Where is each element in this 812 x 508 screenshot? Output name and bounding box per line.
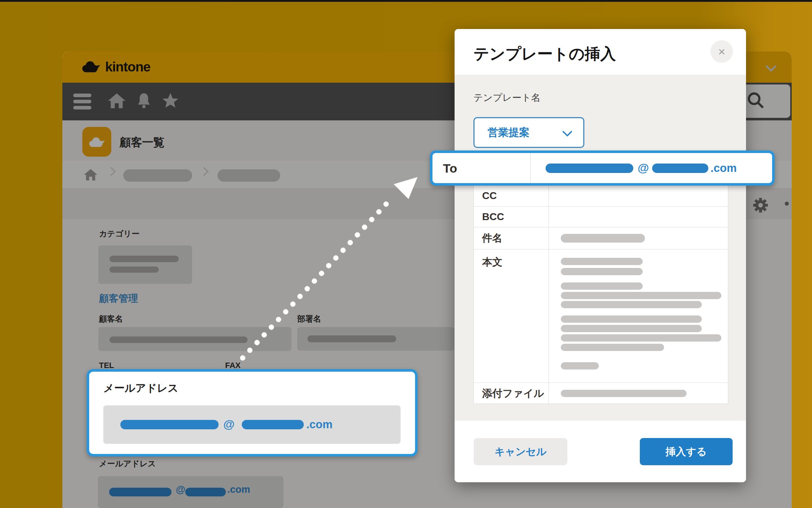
template-select[interactable]: 営業提案: [473, 117, 584, 148]
placeholder-bar: [561, 362, 599, 369]
attachment-value[interactable]: [549, 383, 728, 404]
placeholder-bar: [561, 292, 721, 299]
attachment-label: 添付ファイル: [474, 383, 549, 404]
template-select-value: 営業提案: [488, 125, 530, 140]
table-row-subject: 件名: [474, 227, 728, 249]
screenshot-stage: kintone 顧客一覧: [0, 0, 812, 508]
insert-button[interactable]: 挿入する: [640, 438, 733, 465]
domain-suffix: .com: [306, 418, 332, 431]
callout-email-label: メールアドレス: [103, 381, 178, 396]
domain-suffix: .com: [710, 162, 737, 175]
placeholder-bar: [561, 334, 721, 342]
dialog-footer: キャンセル 挿入する: [455, 421, 746, 482]
dialog-header: テンプレートの挿入 ×: [455, 29, 746, 75]
cancel-button[interactable]: キャンセル: [474, 438, 567, 465]
callout-email-field[interactable]: @ .com: [103, 405, 401, 444]
mail-template-table: CC BCC 件名 本文 添付ファイル: [473, 154, 728, 404]
placeholder-bar: [120, 420, 219, 429]
placeholder-bar: [242, 420, 304, 429]
cc-value[interactable]: [549, 185, 728, 206]
placeholder-bar: [561, 301, 702, 308]
table-row-cc: CC: [474, 185, 728, 207]
dialog-body: テンプレート名 営業提案 CC BCC 件名: [455, 75, 746, 421]
placeholder-bar: [652, 164, 708, 173]
divider: [530, 153, 531, 183]
cc-label: CC: [474, 185, 549, 206]
placeholder-bar: [561, 325, 702, 332]
top-strip: [0, 0, 812, 2]
email-address-callout: メールアドレス @ .com: [87, 369, 418, 457]
dialog-title: テンプレートの挿入: [473, 44, 616, 65]
body-value[interactable]: [549, 249, 728, 383]
subject-value[interactable]: [549, 227, 728, 249]
placeholder-bar: [561, 344, 664, 351]
placeholder-bar: [561, 282, 643, 290]
placeholder-bar: [561, 390, 687, 397]
body-label: 本文: [474, 249, 549, 383]
table-row-bcc: BCC: [474, 207, 728, 227]
at-symbol: @: [638, 161, 649, 175]
placeholder-bar: [546, 164, 633, 173]
close-icon[interactable]: ×: [710, 40, 733, 63]
bcc-value[interactable]: [549, 207, 728, 227]
placeholder-bar: [561, 268, 643, 275]
placeholder-bar: [561, 258, 643, 265]
chevron-down-icon: [562, 127, 572, 137]
placeholder-bar: [561, 234, 645, 243]
placeholder-bar: [561, 315, 702, 323]
template-name-label: テンプレート名: [473, 91, 540, 104]
template-insert-dialog: テンプレートの挿入 × テンプレート名 営業提案 CC BCC: [455, 29, 746, 482]
to-row-highlight[interactable]: To @ .com: [430, 150, 775, 186]
subject-label: 件名: [474, 227, 549, 249]
table-row-attachment: 添付ファイル: [474, 383, 728, 404]
table-row-body: 本文: [474, 249, 728, 383]
bcc-label: BCC: [474, 207, 549, 227]
at-symbol: @: [223, 418, 235, 431]
to-label: To: [443, 161, 457, 175]
